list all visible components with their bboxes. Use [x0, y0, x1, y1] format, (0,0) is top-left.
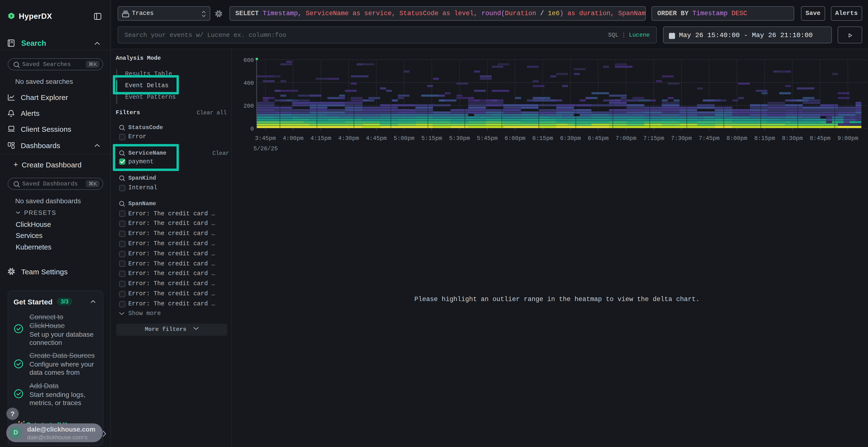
svg-text:4:30pm: 4:30pm: [338, 135, 359, 142]
svg-text:6:00pm: 6:00pm: [505, 135, 525, 142]
svg-text:6:45pm: 6:45pm: [588, 135, 609, 142]
svg-text:5:00pm: 5:00pm: [394, 135, 414, 142]
svg-text:3:45pm: 3:45pm: [255, 135, 276, 142]
svg-text:200: 200: [244, 103, 254, 109]
svg-text:8:15pm: 8:15pm: [754, 135, 775, 142]
svg-text:400: 400: [244, 80, 254, 87]
svg-text:8:00pm: 8:00pm: [726, 135, 747, 142]
svg-text:7:00pm: 7:00pm: [616, 135, 636, 142]
svg-text:6:15pm: 6:15pm: [532, 135, 553, 142]
svg-text:8:30pm: 8:30pm: [782, 135, 803, 142]
svg-text:4:00pm: 4:00pm: [283, 135, 303, 142]
svg-text:9:00pm: 9:00pm: [837, 135, 858, 142]
svg-text:5:30pm: 5:30pm: [449, 135, 470, 142]
svg-text:4:45pm: 4:45pm: [366, 135, 387, 142]
svg-text:7:15pm: 7:15pm: [643, 135, 664, 142]
svg-text:5:15pm: 5:15pm: [422, 135, 442, 142]
svg-text:8:45pm: 8:45pm: [810, 135, 830, 142]
svg-text:7:45pm: 7:45pm: [699, 135, 719, 142]
svg-text:5/26/25: 5/26/25: [253, 145, 278, 152]
svg-text:7:30pm: 7:30pm: [671, 135, 692, 142]
svg-text:5:45pm: 5:45pm: [477, 135, 498, 142]
svg-text:6:30pm: 6:30pm: [560, 135, 581, 142]
svg-text:0: 0: [250, 126, 254, 132]
svg-text:4:15pm: 4:15pm: [310, 135, 331, 142]
svg-text:600: 600: [244, 57, 254, 64]
